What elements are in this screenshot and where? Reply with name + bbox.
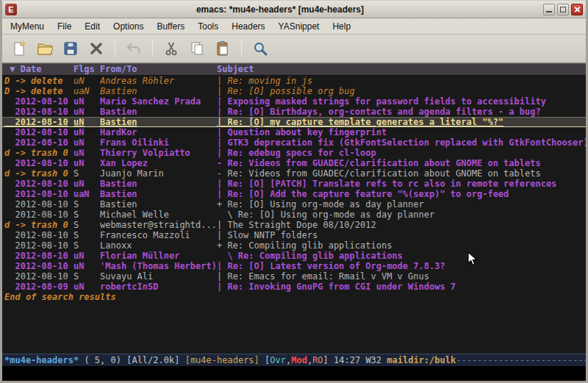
date-column: 2012-08-10: [4, 189, 74, 199]
buffer-empty-area: [2, 302, 586, 354]
message-row-current[interactable]: 2012-08-10uNBastien| Re: [O] my capture …: [2, 117, 586, 127]
message-row[interactable]: 2012-08-10uNFlorian Müllner \ Re: Compil…: [2, 251, 586, 261]
close-buffer-button[interactable]: [85, 37, 107, 60]
menu-mymenu[interactable]: MyMenu: [4, 19, 51, 34]
message-row[interactable]: D -> deleteuaNBastien| Re: [O] possible …: [2, 86, 586, 96]
from-column: Suvayu Ali: [100, 271, 217, 282]
menu-tools[interactable]: Tools: [191, 19, 225, 34]
from-column: Michael Welle: [100, 210, 217, 220]
new-file-button[interactable]: [8, 37, 30, 60]
subject-column: | Re: [O] Latest version of Org-mode 7.8…: [217, 261, 586, 271]
emacs-app-icon: E: [5, 4, 17, 15]
modeline-ro: RO: [312, 354, 323, 366]
flags-column: S: [74, 230, 100, 240]
save-button[interactable]: [60, 37, 82, 60]
message-row[interactable]: d -> trash 0Swebmaster@straightd...| The…: [2, 220, 586, 230]
from-column: Bastien: [100, 117, 217, 127]
message-row[interactable]: d -> trash 0SJuanjo Marin- Re: Videos fr…: [2, 168, 586, 179]
date-column: 2012-08-10: [4, 251, 74, 261]
modeline-plain: ,: [286, 354, 291, 366]
flags-column: uN: [74, 148, 100, 158]
from-column: Bastien: [100, 107, 217, 117]
message-row[interactable]: 2012-08-10uNHardKor| Question about key …: [2, 127, 586, 137]
column-header-subject[interactable]: Subject: [217, 64, 586, 75]
menu-buffers[interactable]: Buffers: [150, 19, 191, 34]
maximize-button[interactable]: [557, 4, 569, 15]
message-row[interactable]: 2012-08-10uaNBastien| Re: [O] Add the ca…: [2, 189, 586, 199]
column-header-flags[interactable]: Flgs: [74, 64, 100, 75]
from-column: Lanoxx: [100, 240, 217, 251]
modeline-buffer-name: *mu4e-headers*: [4, 354, 79, 366]
from-column: Andreas Röhler: [100, 76, 217, 86]
cut-button[interactable]: [160, 37, 182, 60]
flags-column: uN: [74, 96, 100, 107]
echo-area[interactable]: [2, 366, 586, 381]
message-row[interactable]: 2012-08-10uNBastien| Re: [O] Birthdays, …: [2, 107, 586, 117]
from-column: Bastien: [100, 189, 217, 199]
modeline-ovr: Ovr: [270, 354, 286, 366]
modeline-plain: ]: [323, 354, 334, 366]
message-row[interactable]: 2012-08-10SLanoxx+ Re: Compiling glib ap…: [2, 240, 586, 251]
date-column: 2012-08-10: [4, 261, 74, 271]
message-row[interactable]: d -> trash 0uNThierry Volpiatto| Re: ede…: [2, 148, 586, 158]
menu-file[interactable]: File: [51, 19, 78, 34]
copy-button[interactable]: [186, 37, 208, 60]
from-column: Mario Sanchez Prada: [100, 96, 217, 107]
message-row[interactable]: 2012-08-09uNrobertcInSD| Re: Invoking Gn…: [2, 282, 586, 292]
subject-column: | Re: edebug specs for cl-loop: [217, 148, 586, 158]
cut-icon: [163, 40, 179, 57]
message-row[interactable]: 2012-08-10uNMario Sanchez Prada| Exposin…: [2, 96, 586, 107]
subject-column: | Re: [O] Birthdays, org-contacts and ag…: [217, 107, 586, 117]
title-bar: E emacs: *mu4e-headers* [mu4e-headers]: [2, 1, 586, 18]
modeline-mode: [mu4e-headers]: [185, 354, 265, 366]
subject-column: | Re: moving in js: [217, 76, 586, 86]
flags-column: S: [74, 271, 100, 282]
message-row[interactable]: 2012-08-10uNBastien| Re: [O] [PATCH] Tra…: [2, 179, 586, 189]
menu-edit[interactable]: Edit: [78, 19, 107, 34]
search-button[interactable]: [249, 37, 271, 60]
date-column: 2012-08-10: [4, 158, 74, 168]
from-column: 'Mash (Thomas Herbert): [100, 261, 217, 271]
menu-yasnippet[interactable]: YASnippet: [272, 19, 326, 34]
message-row[interactable]: 2012-08-10SSuvayu Ali| Re: Emacs for ema…: [2, 271, 586, 282]
subject-column: \ Re: Compiling glib applications: [217, 251, 586, 261]
message-row[interactable]: 2012-08-10uN'Mash (Thomas Herbert)| Re: …: [2, 261, 586, 271]
paste-button[interactable]: [212, 37, 234, 60]
menu-help[interactable]: Help: [326, 19, 357, 34]
mark-column: D -> delete: [4, 76, 74, 86]
toolbar-separator: [241, 40, 242, 57]
open-folder-button[interactable]: [34, 37, 56, 60]
subject-column: | Re: Invoking GnuPG from CGI under Wind…: [217, 282, 586, 292]
message-row[interactable]: 2012-08-10uNFrans Oilinki| GTK3 deprecat…: [2, 137, 586, 148]
column-header-date[interactable]: ▼ Date: [4, 64, 74, 75]
date-column: 2012-08-09: [4, 282, 74, 292]
from-column: Bastien: [100, 199, 217, 210]
message-row[interactable]: 2012-08-10SBastien+ Re: [O] Using org-mo…: [2, 199, 586, 210]
modeline-plain: ,: [307, 354, 312, 366]
date-column: 2012-08-10: [4, 240, 74, 251]
emacs-window: E emacs: *mu4e-headers* [mu4e-headers] M…: [0, 0, 588, 383]
paste-icon: [215, 40, 231, 57]
minimize-button[interactable]: [543, 4, 555, 15]
menu-headers[interactable]: Headers: [225, 19, 271, 34]
from-column: webmaster@straightd...: [100, 220, 217, 230]
message-row[interactable]: 2012-08-10uNXan Lopez- Re: Videos from G…: [2, 158, 586, 168]
flags-column: S: [74, 220, 100, 230]
subject-column: | Exposing masked strings for password f…: [217, 96, 586, 107]
modeline-folder: maildir:/bulk: [387, 354, 456, 366]
subject-column: + Re: [O] Using org-mode as day planner: [217, 199, 586, 210]
flags-column: S: [74, 240, 100, 251]
message-row[interactable]: 2012-08-10SFrancesco Mazzoli| Slow NNTP …: [2, 230, 586, 240]
tool-bar: [2, 35, 586, 63]
modeline-plain: 14:27: [334, 354, 365, 366]
mark-column: d -> trash 0: [4, 148, 74, 158]
close-button[interactable]: [571, 4, 583, 15]
column-header-from[interactable]: From/To: [100, 64, 217, 75]
message-row[interactable]: D -> deleteuNAndreas Röhler| Re: moving …: [2, 76, 586, 86]
message-row[interactable]: 2012-08-10SMichael Welle \ Re: [O] Using…: [2, 210, 586, 220]
date-column: 2012-08-10: [4, 199, 74, 210]
undo-button[interactable]: [123, 37, 145, 60]
flags-column: uaN: [74, 86, 100, 96]
subject-column: + Re: Compiling glib applications: [217, 240, 586, 251]
menu-options[interactable]: Options: [107, 19, 150, 34]
